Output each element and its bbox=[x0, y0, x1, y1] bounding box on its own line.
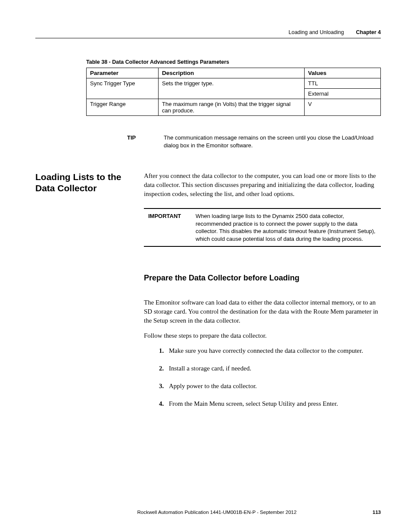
important-label: IMPORTANT bbox=[148, 212, 196, 243]
table-header-values: Values bbox=[305, 68, 381, 78]
table-header-parameter: Parameter bbox=[87, 68, 159, 78]
section-intro: After you connect the data collector to … bbox=[144, 171, 381, 199]
header-section: Loading and Unloading bbox=[289, 29, 344, 35]
cell-description: Sets the trigger type. bbox=[159, 78, 305, 99]
page-footer: Rockwell Automation Publication 1441-UM0… bbox=[35, 510, 381, 515]
cell-value: V bbox=[305, 99, 381, 116]
header-rule bbox=[35, 38, 381, 38]
running-header: Loading and Unloading Chapter 4 bbox=[35, 29, 381, 35]
settings-table: Parameter Description Values Sync Trigge… bbox=[86, 68, 381, 116]
steps-list: Make sure you have correctly connected t… bbox=[144, 346, 381, 408]
step-item: Make sure you have correctly connected t… bbox=[165, 346, 381, 355]
footer-page-number: 113 bbox=[373, 510, 381, 515]
table-row: Sync Trigger Type Sets the trigger type.… bbox=[87, 78, 381, 89]
tip-block: TIP The communication message remains on… bbox=[127, 134, 381, 149]
tip-text: The communication message remains on the… bbox=[164, 134, 381, 149]
subsection-p1: The Emonitor software can load data to e… bbox=[144, 298, 381, 325]
table-caption: Table 38 - Data Collector Advanced Setti… bbox=[86, 59, 381, 65]
subsection-p2: Follow these steps to prepare the data c… bbox=[144, 331, 381, 340]
step-item: Install a storage card, if needed. bbox=[165, 364, 381, 373]
cell-value: TTL bbox=[305, 78, 381, 89]
tip-label: TIP bbox=[127, 134, 164, 149]
header-chapter: Chapter 4 bbox=[356, 29, 381, 35]
table-row: Trigger Range The maximum range (in Volt… bbox=[87, 99, 381, 116]
section-heading: Loading Lists to the Data Collector bbox=[35, 171, 144, 194]
table-header-description: Description bbox=[159, 68, 305, 78]
important-text: When loading large lists to the Dynamix … bbox=[196, 212, 377, 243]
cell-parameter: Trigger Range bbox=[87, 99, 159, 116]
step-item: From the Main Menu screen, select Setup … bbox=[165, 399, 381, 408]
important-box: IMPORTANT When loading large lists to th… bbox=[144, 208, 381, 247]
step-item: Apply power to the data collector. bbox=[165, 382, 381, 391]
subsection-heading: Prepare the Data Collector before Loadin… bbox=[144, 273, 381, 283]
footer-publication: Rockwell Automation Publication 1441-UM0… bbox=[61, 510, 373, 515]
cell-description: The maximum range (in Volts) that the tr… bbox=[159, 99, 305, 116]
cell-value: External bbox=[305, 89, 381, 99]
cell-parameter: Sync Trigger Type bbox=[87, 78, 159, 99]
